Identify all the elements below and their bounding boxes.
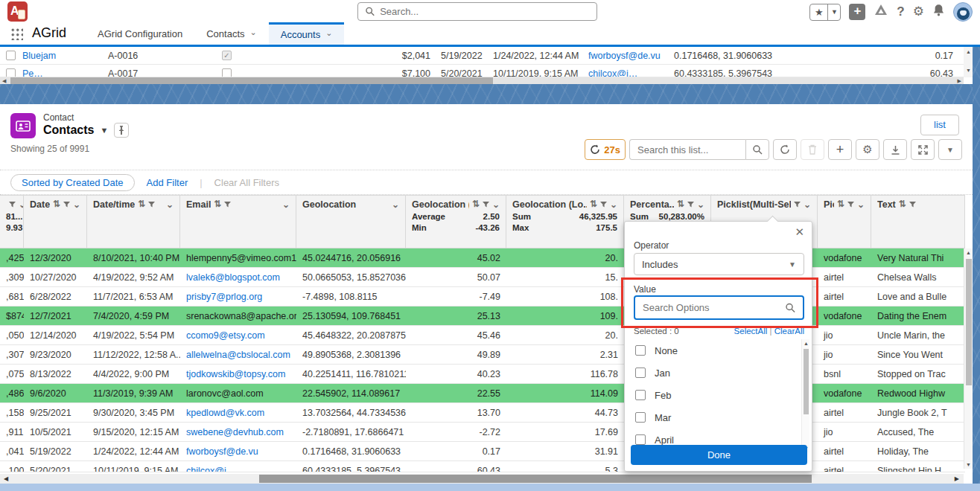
column-header-date[interactable]: Date⇅⌄ [24,196,87,248]
scroll-down-icon[interactable]: ▼ [966,462,971,467]
table-row[interactable]: ,0758/13/20224/4/2022, 9:00 PMtjodkowski… [0,365,965,384]
chevron-down-icon[interactable]: ⌄ [282,199,290,210]
scroll-right-icon[interactable]: ▶ [955,475,959,482]
sort-icon[interactable]: ⇅ [53,199,60,209]
app-launcher-waffle-icon[interactable] [10,28,23,40]
favorites-button[interactable]: ★ ▼ [809,4,841,21]
filter-funnel-icon[interactable] [687,202,694,208]
table-row[interactable]: ,05012/14/20204/19/2022, 5:54 PMccomo9@e… [0,326,965,345]
auto-refresh-timer-button[interactable]: 27s [585,139,626,160]
checkbox[interactable] [635,368,646,378]
clear-all-link[interactable]: ClearAll [774,327,804,336]
tab-contacts[interactable]: Contacts⌄ [194,22,269,45]
download-button[interactable] [883,139,907,160]
value-search-box[interactable] [634,295,804,320]
filter-funnel-icon[interactable] [794,202,801,208]
checkbox-checked[interactable]: ✓ [222,51,232,60]
table-row[interactable]: ,1005/20/202110/11/2019, 9:15 AMchilcox@… [0,461,965,472]
chevron-down-icon[interactable]: ▼ [827,4,840,20]
table-row[interactable]: ,30910/27/20204/19/2022, 9:52 AMlvalek6@… [0,268,965,287]
scrollbar-thumb[interactable] [10,77,493,84]
table-row[interactable]: Bluejam A-0016 ✓ $2,041 5/19/2022 1/24/2… [0,47,964,65]
operator-select[interactable]: Includes ▼ [634,253,804,275]
checkbox[interactable] [635,434,646,445]
email-cell[interactable]: allelwelna@cbslocal.com [180,345,296,364]
email-cell[interactable]: srenackowna8@apache.org [180,307,296,325]
email-cell[interactable]: lvalek6@blogspot.com [180,268,296,286]
picklist-option-none[interactable]: None [625,339,804,362]
sorted-by-pill[interactable]: Sorted by Created Date [10,174,135,191]
filter-funnel-icon[interactable] [224,202,231,208]
chevron-down-icon[interactable]: ⌄ [392,199,399,210]
global-search[interactable] [357,2,597,21]
chevron-down-icon[interactable]: ⌄ [250,28,257,37]
vertical-scrollbar[interactable]: ▲ ▼ [964,47,973,77]
chevron-down-icon[interactable]: ⌄ [166,199,174,210]
chevron-down-icon[interactable]: ⌄ [492,199,500,210]
options-scrollbar[interactable]: ▲ ▼ [801,339,809,452]
list-view-title[interactable]: Contacts [43,123,94,137]
table-row[interactable]: ,1589/25/20219/30/2020, 3:45 PMkpedlowd@… [0,403,965,423]
global-search-input[interactable] [380,6,589,17]
table-row[interactable]: ,91110/5/20219/15/2020, 12:15 AMswebene@… [0,423,965,442]
column-header-text[interactable]: Text⇅ [871,196,965,248]
column-header-lat[interactable]: Geolocation (...⇅⌄Average2.50Min-43.26 [406,196,506,248]
refresh-button[interactable] [773,139,797,160]
more-actions-dropdown[interactable]: ▼ [938,139,962,160]
scroll-down-icon[interactable]: ▼ [966,68,971,73]
scroll-left-icon[interactable]: ◀ [2,78,6,84]
filter-funnel-icon[interactable] [148,202,155,208]
chevron-down-icon[interactable]: ⌄ [804,199,811,210]
user-avatar[interactable] [953,2,973,22]
table-row[interactable]: ,42512/3/20208/10/2021, 10:40 PMhlempenn… [0,248,965,268]
sort-icon[interactable]: ⇅ [590,199,597,209]
table-row[interactable]: ,3079/23/202011/12/2022, 12:58 A...allel… [0,345,965,365]
filter-funnel-icon[interactable] [909,202,916,208]
horizontal-scrollbar[interactable]: ◀ ▶ [0,474,964,484]
picklist-option-mar[interactable]: Mar [625,406,804,429]
row-checkbox[interactable] [222,68,232,77]
chevron-down-icon[interactable]: ⌄ [19,199,24,210]
table-row[interactable]: ,4869/6/202011/3/2019, 9:39 AMlaronovc@a… [0,384,965,403]
sort-icon[interactable]: ⇅ [472,199,480,209]
close-icon[interactable]: ✕ [795,225,804,239]
filter-funnel-icon[interactable] [483,202,489,208]
select-all-link[interactable]: SelectAll [734,327,768,336]
pin-button[interactable] [114,123,129,138]
row-checkbox[interactable] [6,68,16,77]
sort-icon[interactable]: ⇅ [214,199,221,209]
filter-funnel-icon[interactable] [847,202,854,208]
scrollbar-thumb[interactable] [804,349,809,414]
chevron-down-icon[interactable]: ⌄ [610,199,617,210]
setup-gear-icon[interactable]: ⚙ [913,4,924,20]
column-header-email[interactable]: Email⇅⌄ [180,196,296,248]
expand-button[interactable] [911,139,935,160]
value-search-input[interactable] [643,302,786,313]
filter-funnel-icon[interactable] [600,202,607,208]
scroll-left-icon[interactable]: ◀ [4,475,8,482]
search-icon[interactable] [745,139,769,160]
account-name-link[interactable]: Bluejam [22,47,56,65]
row-checkbox[interactable] [6,51,16,60]
scrollbar-thumb[interactable] [259,475,812,483]
trailhead-icon[interactable] [874,3,888,21]
sort-icon[interactable]: ⇅ [899,199,906,209]
app-logo[interactable]: A [7,1,28,22]
email-cell[interactable]: kpedlowd@vk.com [180,403,296,422]
scroll-right-icon[interactable]: ▶ [958,78,961,84]
email-cell[interactable]: tjodkowskib@topsy.com [180,365,296,383]
email-cell[interactable]: swebene@devhub.com [180,423,296,441]
scroll-up-icon[interactable]: ▲ [966,49,971,54]
column-header-pick[interactable]: Pickl...⇅⌄ [818,196,871,248]
horizontal-scrollbar[interactable]: ◀ ▶ [0,77,964,84]
column-header-datetime[interactable]: Date/time⇅⌄ [87,196,180,248]
settings-button[interactable]: ⚙ [856,139,879,160]
picklist-option-feb[interactable]: Feb [625,384,804,406]
list-button[interactable]: list [920,115,959,135]
email-cell[interactable]: hlempenny5@vimeo.com1 [180,248,296,267]
filter-funnel-icon[interactable] [63,202,70,208]
email-cell[interactable]: chilcox@i… [180,461,296,472]
sort-icon[interactable]: ⇅ [138,199,145,209]
email-cell[interactable]: prisby7@prlog.org [180,287,296,306]
tab-agrid-configuration[interactable]: AGrid Configuration [86,22,194,45]
